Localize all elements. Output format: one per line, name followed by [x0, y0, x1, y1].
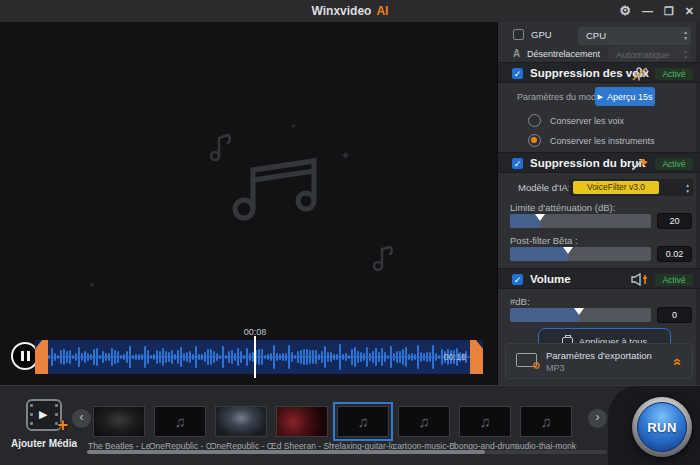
deinterlace-icon: A: [513, 48, 520, 59]
export-format-value: MP3: [546, 363, 565, 373]
db-slider[interactable]: [510, 308, 651, 322]
run-button[interactable]: RUN: [632, 397, 692, 457]
volume-section-title: Volume: [530, 273, 571, 285]
preview-15s-label: Aperçu 15s: [607, 92, 653, 102]
db-label: #dB:: [510, 296, 530, 307]
slider-thumb[interactable]: [535, 214, 545, 221]
music-note-icon: ♫: [174, 413, 185, 430]
media-thumbnail[interactable]: [215, 406, 267, 437]
sparkle-icon: ✦: [290, 122, 297, 131]
noise-section-title: Suppression du bruit: [530, 157, 646, 169]
media-thumbnail[interactable]: ♫: [398, 406, 450, 437]
playhead[interactable]: [254, 336, 256, 378]
plus-icon: +: [57, 415, 68, 436]
keep-voices-radio[interactable]: [528, 114, 541, 127]
app-title: Winxvideo: [312, 4, 372, 18]
settings-panel: GPU CPU ▴▾ A Désentrelacement Automatiqu…: [497, 22, 700, 385]
spinner-icon: ▴▾: [686, 182, 689, 194]
media-thumbnail-selected[interactable]: ♫: [337, 406, 389, 437]
music-note-icon: ♫: [418, 413, 429, 430]
gpu-label: GPU: [531, 29, 552, 40]
app-title-accent: AI: [376, 4, 388, 18]
media-scrollbar-thumb[interactable]: [87, 450, 485, 454]
gpu-checkbox[interactable]: [513, 29, 524, 40]
title-bar: Winxvideo AI ⚙ — ❐ ✕: [0, 0, 700, 22]
maximize-icon[interactable]: ❐: [664, 0, 674, 22]
duration-label: 00:18: [443, 352, 466, 362]
run-label: RUN: [647, 420, 677, 435]
attenuation-slider[interactable]: [510, 214, 651, 228]
music-note-icon: ♫: [357, 413, 368, 430]
music-note-icon: ♫: [479, 413, 490, 430]
export-monitor-icon: ⚙: [516, 353, 537, 367]
media-scrollbar[interactable]: [87, 450, 607, 454]
play-icon: ▶: [598, 93, 603, 101]
noise-section-header: ✓ Suppression du bruit Activé: [498, 152, 700, 173]
sparkle-icon: ✦: [340, 148, 351, 163]
ai-model-label: Modèle d'IA:: [518, 182, 571, 193]
postfilter-slider[interactable]: [510, 247, 651, 261]
deinterlace-label: Désentrelacement: [527, 49, 600, 59]
speaker-icon: [631, 273, 649, 286]
ai-model-dropdown[interactable]: VoiceFilter v3.0 ▴▾: [569, 179, 693, 196]
music-note-small-left-icon: [208, 132, 234, 162]
ai-model-value: VoiceFilter v3.0: [573, 181, 659, 194]
postfilter-value[interactable]: 0.02: [657, 246, 692, 262]
attenuation-label: Limite d'atténuation (dB):: [510, 202, 615, 213]
gear-icon: ⚙: [532, 360, 541, 371]
spinner-icon: ▴▾: [684, 29, 687, 41]
collapse-up-icon[interactable]: «: [670, 358, 686, 366]
slider-thumb[interactable]: [574, 308, 584, 315]
waveform[interactable]: [48, 340, 470, 374]
db-value[interactable]: 0: [657, 307, 692, 323]
media-bar: ▶ + Ajouter Média ‹ › The Beatles - Let …: [0, 385, 700, 465]
minimize-icon[interactable]: —: [642, 0, 653, 22]
attenuation-value[interactable]: 20: [657, 213, 692, 229]
music-note-small-right-icon: [372, 244, 396, 272]
app-window: Winxvideo AI ⚙ — ❐ ✕ ✦ ✦ ✦: [0, 0, 700, 465]
keep-instruments-radio[interactable]: [528, 134, 541, 147]
export-settings-panel[interactable]: ⚙ Paramètres d'exportation MP3 «: [505, 343, 693, 379]
volume-checkbox[interactable]: ✓: [512, 274, 523, 285]
gpu-dropdown-value: CPU: [586, 30, 606, 41]
export-settings-title: Paramètres d'exportation: [546, 350, 652, 361]
media-thumbnail[interactable]: [276, 406, 328, 437]
media-thumbnail[interactable]: ♫: [154, 406, 206, 437]
current-time-label: 00:08: [235, 327, 275, 337]
noise-checkbox[interactable]: ✓: [512, 158, 523, 169]
preview-15s-button[interactable]: ▶ Aperçu 15s: [595, 87, 655, 106]
scroll-left-button[interactable]: ‹: [72, 409, 91, 428]
deinterlace-dropdown-value: Automatique: [616, 49, 669, 60]
voice-status-badge: Activé: [655, 68, 693, 80]
music-note-icon: ♫: [540, 413, 551, 430]
slider-thumb[interactable]: [563, 247, 573, 254]
sparkle-icon: ✦: [88, 280, 96, 290]
denoise-wand-icon: [631, 157, 649, 171]
close-icon[interactable]: ✕: [685, 0, 694, 22]
run-panel: RUN: [608, 386, 700, 465]
voice-checkbox[interactable]: ✓: [512, 68, 523, 79]
audio-timeline[interactable]: 00:08 00:18: [35, 340, 483, 374]
media-thumbnail[interactable]: [93, 406, 145, 437]
add-media-label: Ajouter Média: [0, 438, 88, 449]
add-media-button[interactable]: ▶ +: [26, 399, 62, 431]
spinner-icon: ▴▾: [684, 48, 687, 60]
trim-handle-right[interactable]: [470, 340, 483, 374]
media-thumbnail[interactable]: ♫: [459, 406, 511, 437]
trim-handle-left[interactable]: [35, 340, 48, 374]
play-icon: ▶: [39, 408, 47, 421]
music-note-large-icon: [222, 150, 332, 222]
settings-gear-icon[interactable]: ⚙: [619, 0, 631, 22]
scroll-right-button[interactable]: ›: [588, 409, 607, 428]
voice-section-header: ✓ Suppression des voix Activé: [498, 62, 700, 83]
volume-section-header: ✓ Volume Activé: [498, 268, 700, 289]
noise-status-badge: Activé: [655, 158, 693, 170]
media-thumbnail[interactable]: ♫: [520, 406, 572, 437]
gpu-dropdown[interactable]: CPU ▴▾: [578, 27, 691, 45]
postfilter-label: Post-filter Bêta :: [510, 235, 578, 246]
keep-instruments-label: Conserver les instruments: [550, 136, 655, 146]
mic-slash-icon: [631, 67, 649, 81]
keep-voices-label: Conserver les voix: [550, 116, 624, 126]
volume-status-badge: Activé: [655, 274, 693, 286]
